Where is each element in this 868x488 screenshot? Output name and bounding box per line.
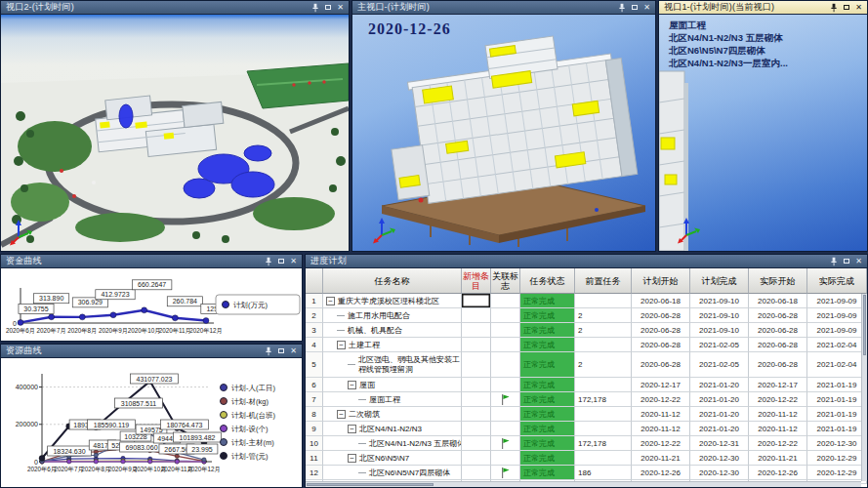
link-flag-cell[interactable] [491,294,520,308]
pin-icon[interactable] [827,2,840,14]
planned-finish-cell[interactable]: 2021-09-10 [690,294,749,308]
task-row[interactable]: 12北区N6\N5\N7四层砌体正常完成1862020-12-262020-12… [306,466,867,480]
task-status-cell[interactable]: 正常完成 [520,294,575,308]
new-entry-cell[interactable] [462,323,491,338]
viewport1-3d-canvas[interactable]: 屋面工程北区N4/N1-N2/N3 五层砌体北区N6\N5\N7四层砌体北区N4… [659,15,867,251]
horizontal-scrollbar[interactable] [306,481,861,487]
pin-icon[interactable] [615,2,628,14]
new-entry-cell[interactable] [462,294,491,308]
close-icon[interactable]: ✕ [641,2,653,14]
planned-finish-cell[interactable]: 2021-01-20 [690,378,749,392]
money-curve-titlebar[interactable]: 资金曲线 ✕ [1,255,302,268]
link-flag-cell[interactable] [491,352,520,378]
task-status-cell[interactable]: 正常完成 [520,323,575,338]
actual-finish-cell[interactable]: 2021-09-09 [807,323,867,338]
row-number[interactable]: 4 [306,338,323,352]
task-row[interactable]: 4−土建工程正常完成2020-06-282021-02-052020-06-28… [306,338,867,352]
planned-start-cell[interactable]: 2020-12-22 [632,436,690,451]
predecessor-cell[interactable] [575,378,632,392]
actual-finish-cell[interactable]: 2021-01-19 [807,378,867,392]
task-name-cell[interactable]: −土建工程 [323,338,462,352]
task-row[interactable]: 9−北区N4/N1-N2/N3正常完成2020-11-122021-01-202… [306,422,867,436]
row-number[interactable]: 12 [306,466,323,480]
actual-finish-cell[interactable]: 2021-01-19 [807,407,867,422]
column-header[interactable]: 任务名称 [323,268,462,294]
viewport2-titlebar[interactable]: 视口2-(计划时间) ✕ [1,1,349,15]
actual-finish-cell[interactable]: 2020-12-30 [807,436,867,451]
actual-start-cell[interactable]: 2020-06-28 [749,323,807,338]
task-row[interactable]: 1−重庆大学虎溪校区理科楼北区正常完成2020-06-182021-09-102… [306,294,867,308]
predecessor-cell[interactable]: 186 [575,466,632,480]
planned-finish-cell[interactable]: 2020-12-31 [690,436,749,451]
task-name-cell[interactable]: 北区强电、弱电及其他安装工程线管预埋留洞 [323,352,462,378]
task-status-cell[interactable]: 正常完成 [520,436,575,451]
maximize-icon[interactable] [628,2,641,14]
task-row[interactable]: 5北区强电、弱电及其他安装工程线管预埋留洞正常完成22020-06-282021… [306,352,867,378]
planned-finish-cell[interactable]: 2021-02-05 [690,338,749,352]
actual-start-cell[interactable]: 2020-11-21 [749,451,807,466]
maximize-icon[interactable] [840,2,852,14]
new-entry-cell[interactable] [462,451,491,466]
task-name-cell[interactable]: 北区N6\N5\N7四层砌体 [323,466,462,480]
predecessor-cell[interactable]: 2 [575,308,632,323]
scrollbar-thumb[interactable] [307,483,434,486]
row-number[interactable]: 7 [306,392,323,407]
link-flag-cell[interactable] [491,308,520,323]
predecessor-cell[interactable]: 172,178 [575,392,632,407]
task-status-cell[interactable]: 正常完成 [520,392,575,407]
planned-finish-cell[interactable]: 2021-09-10 [690,308,749,323]
planned-start-cell[interactable]: 2020-06-18 [632,294,690,308]
link-flag-cell[interactable] [491,378,520,392]
predecessor-cell[interactable] [575,338,632,352]
actual-start-cell[interactable]: 2020-06-28 [749,338,807,352]
new-entry-cell[interactable] [462,407,491,422]
link-flag-cell[interactable] [491,436,520,451]
actual-finish-cell[interactable]: 2021-02-04 [807,338,867,352]
main-viewport-titlebar[interactable]: 主视口-(计划时间) ✕ [352,1,655,15]
task-name-cell[interactable]: 施工用水用电配合 [323,308,462,323]
task-row[interactable]: 11−北区N6\N5\N7正常完成2020-11-212020-12-30202… [306,451,867,466]
close-icon[interactable]: ✕ [852,256,865,267]
planned-finish-cell[interactable]: 2021-02-05 [690,352,749,378]
resource-curve-titlebar[interactable]: 资源曲线 ✕ [1,345,302,358]
link-flag-cell[interactable] [491,451,520,466]
actual-finish-cell[interactable]: 2021-09-09 [807,308,867,323]
maximize-icon[interactable] [840,256,852,267]
collapse-toggle-icon[interactable]: − [348,425,356,433]
task-name-cell[interactable]: 机械、机具配合 [323,323,462,338]
link-flag-cell[interactable] [491,466,520,480]
row-number[interactable]: 9 [306,422,323,436]
task-status-cell[interactable]: 正常完成 [520,308,575,323]
task-name-cell[interactable]: −北区N6\N5\N7 [323,451,462,466]
maximize-icon[interactable] [274,346,287,357]
main-3d-canvas[interactable]: 2020-12-26 [352,15,655,251]
link-flag-cell[interactable] [491,392,520,407]
pin-icon[interactable] [262,256,274,267]
row-number-header[interactable] [306,268,323,294]
collapse-toggle-icon[interactable]: − [326,297,335,305]
task-row[interactable]: 2施工用水用电配合正常完成22020-06-282021-09-102020-0… [306,308,867,323]
pin-icon[interactable] [827,256,840,267]
task-row[interactable]: 10北区N4/N1-N2/N3 五层砌体正常完成172,1782020-12-2… [306,436,867,451]
collapse-toggle-icon[interactable]: − [348,381,356,389]
task-row[interactable]: 6−屋面正常完成2020-12-172021-01-202020-12-1720… [306,378,867,392]
column-header[interactable]: 关联标志 [491,268,520,294]
column-header[interactable]: 实际完成 [807,268,867,294]
scrollbar-thumb[interactable] [863,295,866,355]
task-status-cell[interactable]: 正常完成 [520,352,575,378]
column-header[interactable]: 前置任务 [575,268,632,294]
actual-finish-cell[interactable]: 2021-02-04 [807,352,867,378]
new-entry-cell[interactable] [462,422,491,436]
task-name-cell[interactable]: −重庆大学虎溪校区理科楼北区 [323,294,462,308]
planned-finish-cell[interactable]: 2021-01-20 [690,392,749,407]
task-status-cell[interactable]: 正常完成 [520,378,575,392]
column-header[interactable]: 计划开始 [632,268,690,294]
new-entry-cell[interactable] [462,308,491,323]
schedule-titlebar[interactable]: 进度计划 ✕ [306,255,867,268]
task-status-cell[interactable]: 正常完成 [520,451,575,466]
new-entry-cell[interactable] [462,466,491,480]
planned-finish-cell[interactable]: 2020-12-30 [690,466,749,480]
link-flag-cell[interactable] [491,323,520,338]
pin-icon[interactable] [309,2,321,14]
predecessor-cell[interactable] [575,294,632,308]
